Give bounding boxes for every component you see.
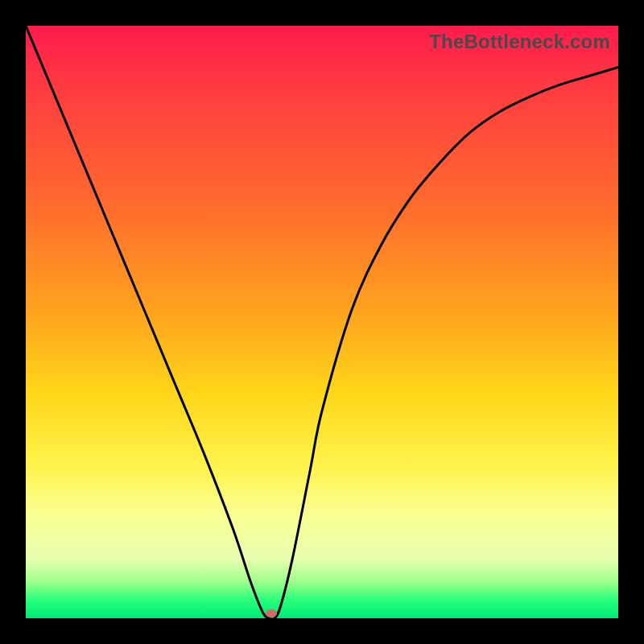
- chart-frame: TheBottleneck.com: [0, 0, 644, 644]
- bottleneck-curve: [26, 26, 618, 618]
- minimum-marker: [266, 609, 277, 617]
- plot-area: TheBottleneck.com: [26, 26, 618, 618]
